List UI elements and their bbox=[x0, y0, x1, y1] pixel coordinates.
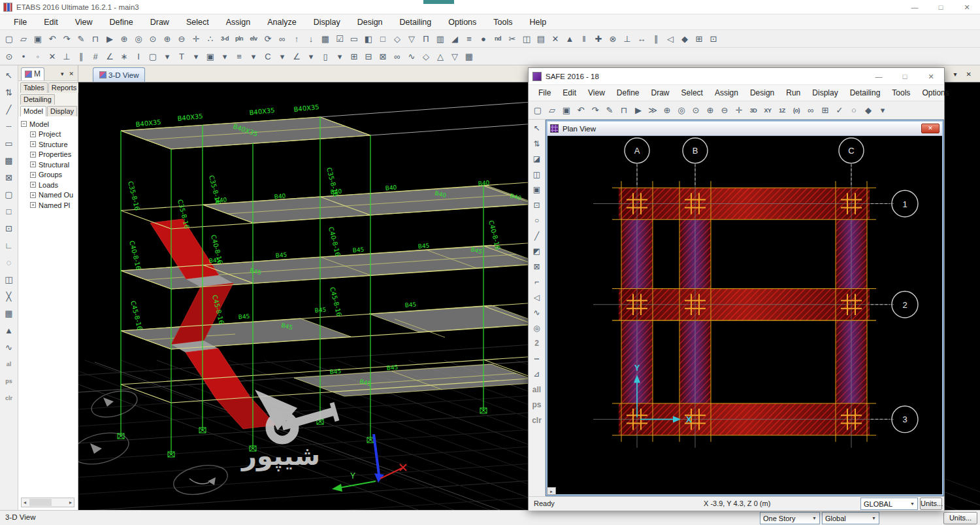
menu-item[interactable]: Assign bbox=[218, 14, 259, 30]
nd-spectra[interactable]: nd bbox=[491, 31, 505, 46]
run-detailing[interactable]: ≫ bbox=[645, 103, 660, 118]
extrude[interactable]: ◆ bbox=[678, 31, 692, 46]
dashes[interactable]: ┉ bbox=[531, 352, 544, 365]
tabstrip-close-icon[interactable]: ✕ bbox=[962, 67, 976, 82]
steel-frame-section[interactable]: I bbox=[131, 49, 146, 63]
zoom-previous[interactable]: ⊙ bbox=[146, 31, 160, 46]
draw-wave[interactable]: ∿ bbox=[2, 340, 16, 354]
undo[interactable]: ↶ bbox=[574, 103, 588, 118]
reshape-object[interactable]: ⇅ bbox=[2, 85, 16, 99]
menu-item[interactable]: Draw bbox=[142, 14, 178, 30]
draw-brace[interactable]: ╳ bbox=[2, 289, 16, 303]
tee-section-dropdown[interactable]: T bbox=[174, 49, 189, 63]
paste[interactable]: ▤ bbox=[534, 31, 548, 46]
draw-special-joint[interactable]: ◇ bbox=[390, 31, 404, 46]
draw-cone[interactable]: ◁ bbox=[531, 291, 544, 304]
tree-item[interactable]: + Project bbox=[30, 129, 78, 140]
draw-rect-slab[interactable]: ▣ bbox=[531, 183, 544, 196]
tree-item[interactable]: + Structure bbox=[30, 139, 78, 150]
zoom-all[interactable]: ◎ bbox=[674, 103, 689, 118]
zoom-out[interactable]: ⊖ bbox=[174, 31, 189, 46]
zoom-in[interactable]: ⊕ bbox=[703, 103, 717, 118]
expand-icon[interactable]: + bbox=[30, 131, 36, 137]
menu-item[interactable]: Select bbox=[676, 85, 709, 101]
safe-minimize-button[interactable]: — bbox=[866, 69, 892, 84]
section-cut[interactable]: ‖ bbox=[577, 31, 591, 46]
link-assign[interactable]: ∞ bbox=[390, 49, 404, 63]
spring-assign[interactable]: ∿ bbox=[404, 49, 419, 63]
tree-item[interactable]: + Properties bbox=[30, 150, 78, 160]
mesh-options[interactable]: ▦ bbox=[462, 49, 476, 63]
tab-detailing[interactable]: Detailing bbox=[20, 94, 55, 105]
zoom-out[interactable]: ⊖ bbox=[717, 103, 732, 118]
view-xy[interactable]: XY bbox=[760, 103, 775, 118]
tabstrip-dropdown-icon[interactable]: ▾ bbox=[949, 67, 962, 82]
tab-display[interactable]: Display bbox=[47, 106, 77, 116]
cut[interactable]: ✂ bbox=[505, 31, 519, 46]
select-crossing[interactable]: ⊠ bbox=[2, 170, 16, 184]
concrete-column-dropdown[interactable]: C bbox=[261, 49, 275, 63]
draw-grid-table[interactable]: ▦ bbox=[2, 306, 16, 320]
run-analysis[interactable]: ▶ bbox=[631, 103, 645, 118]
menu-item[interactable]: Tools bbox=[886, 85, 916, 101]
frame-dropdown[interactable]: ▭ bbox=[347, 31, 361, 46]
new-model[interactable]: ▢ bbox=[2, 31, 16, 46]
menu-item[interactable]: Help bbox=[521, 14, 555, 30]
scroll-right-icon[interactable]: ▸ bbox=[67, 500, 74, 505]
object-circle[interactable]: ○ bbox=[847, 103, 861, 118]
snap-target[interactable]: ◎ bbox=[531, 322, 544, 335]
display-options[interactable]: ☑ bbox=[333, 31, 347, 46]
lock-model[interactable]: ⊓ bbox=[617, 103, 631, 118]
view-plan[interactable]: pln bbox=[232, 31, 246, 46]
move-objects[interactable]: ↔ bbox=[634, 31, 649, 46]
expand-icon[interactable]: + bbox=[30, 152, 36, 158]
two-layer[interactable]: 2 bbox=[531, 337, 544, 350]
draw-area-at-click[interactable]: ⊡ bbox=[2, 221, 16, 235]
save-file[interactable]: ▣ bbox=[559, 103, 574, 118]
perspective-toggle[interactable]: ∞ bbox=[804, 103, 818, 118]
shell-dropdown[interactable]: ◧ bbox=[361, 31, 376, 46]
view-elevation[interactable]: elv bbox=[246, 31, 261, 46]
draw-floor-area[interactable]: ▢ bbox=[2, 187, 16, 201]
zoom-previous[interactable]: ⊙ bbox=[689, 103, 703, 118]
assign-mass[interactable]: ● bbox=[476, 31, 491, 46]
tree-root[interactable]: − Model bbox=[21, 119, 78, 129]
snap-intersection[interactable]: ✕ bbox=[45, 49, 59, 63]
csys-dropdown[interactable]: Global▼ bbox=[822, 512, 879, 524]
expand-icon[interactable]: + bbox=[30, 182, 36, 188]
explorer-horizontal-scrollbar[interactable]: ◂ ▸ bbox=[21, 498, 74, 507]
caret-2[interactable]: ▾ bbox=[189, 49, 203, 63]
draw-wave[interactable]: ∿ bbox=[531, 306, 544, 319]
model-explorer-tab[interactable]: M bbox=[21, 67, 44, 80]
open-file[interactable]: ▱ bbox=[16, 31, 31, 46]
save-file[interactable]: ▣ bbox=[31, 31, 45, 46]
draw-frame-region[interactable]: ▭ bbox=[2, 136, 16, 150]
tab-model[interactable]: Model bbox=[20, 106, 46, 116]
expand-icon[interactable]: + bbox=[30, 202, 36, 208]
menu-item[interactable]: Display bbox=[806, 85, 843, 101]
snap-joint[interactable]: ⊙ bbox=[2, 49, 16, 63]
clr-pencil[interactable]: clr bbox=[2, 391, 16, 405]
menu-item[interactable]: View bbox=[582, 85, 611, 101]
zoom-in[interactable]: ⊕ bbox=[160, 31, 174, 46]
draw-pencil[interactable]: ✎ bbox=[74, 31, 88, 46]
menu-item[interactable]: Analyze bbox=[259, 14, 304, 30]
tab-reports[interactable]: Reports bbox=[48, 82, 80, 93]
zoom-all[interactable]: ◎ bbox=[131, 31, 146, 46]
rotate-view[interactable]: ⟳ bbox=[261, 31, 275, 46]
draw-l-shape[interactable]: ∟ bbox=[2, 238, 16, 252]
menu-item[interactable]: Select bbox=[178, 14, 218, 30]
tree-item[interactable]: + Structural bbox=[30, 160, 78, 170]
pan[interactable]: ✛ bbox=[189, 31, 203, 46]
run-analysis[interactable]: ▶ bbox=[103, 31, 117, 46]
slab-section-dropdown[interactable]: ▢ bbox=[146, 49, 160, 63]
draw-circle[interactable]: ○ bbox=[531, 214, 544, 227]
all-button[interactable]: all bbox=[531, 383, 544, 396]
view-3d[interactable]: 3D bbox=[746, 103, 760, 118]
caret-3[interactable]: ▾ bbox=[218, 49, 232, 63]
merge-joints[interactable]: ⊗ bbox=[606, 31, 620, 46]
collapse-icon[interactable]: − bbox=[21, 121, 27, 127]
caret-4[interactable]: ▾ bbox=[246, 49, 261, 63]
tab-tables[interactable]: Tables bbox=[20, 82, 48, 93]
draw-pencil[interactable]: ✎ bbox=[602, 103, 617, 118]
